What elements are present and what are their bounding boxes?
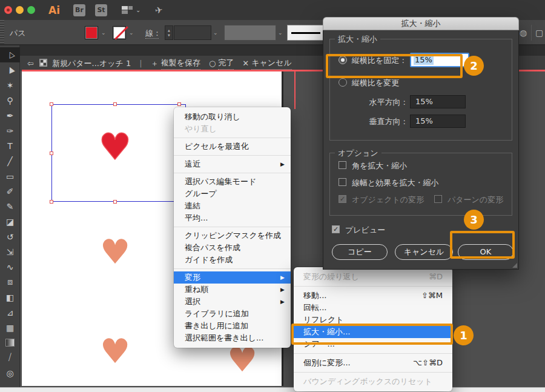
rocket-icon[interactable]: ✈ (154, 4, 164, 16)
stroke-weight-label[interactable]: 線 : (145, 28, 159, 39)
shape-builder-tool[interactable]: ◧ (0, 290, 20, 305)
menu-separator (174, 138, 291, 138)
back-arrow-icon[interactable]: ⇦ (27, 59, 34, 68)
menu-separator (174, 227, 291, 227)
selection-handle[interactable] (50, 102, 53, 106)
direct-selection-tool[interactable]: ▶ (0, 62, 20, 78)
lasso-tool[interactable]: ⚲ (0, 93, 20, 108)
menu-item-average[interactable]: 平均... (174, 212, 291, 224)
scale-corners-label: 角を拡大・縮小 (352, 161, 407, 171)
stock-icon[interactable]: St (95, 4, 107, 16)
globe-icon[interactable]: ◍ (520, 28, 527, 38)
selection-handle[interactable] (50, 151, 53, 155)
menu-item-reset-bounding-box: バウンディングボックスのリセット (294, 376, 452, 388)
stepper-down-icon: ▼ (168, 33, 170, 37)
free-transform-tool[interactable]: ⧈ (0, 274, 20, 290)
selection-handle[interactable] (113, 200, 117, 204)
blend-tool[interactable]: ◎ (0, 365, 20, 380)
menu-item-transform-each[interactable]: 個別に変形...⌥⇧⌘D (294, 357, 452, 369)
gradient-tool[interactable] (0, 335, 20, 350)
line-tool[interactable]: ╱ (0, 153, 20, 168)
stroke-weight-stepper[interactable]: ▲▼ (165, 25, 173, 40)
stroke-chevron-icon[interactable]: ⌄ (129, 30, 134, 36)
workspace-icon (122, 6, 133, 15)
scrollbar-strip[interactable] (0, 387, 545, 392)
fill-color-swatch[interactable] (85, 26, 98, 39)
variable-width-profile[interactable] (287, 25, 326, 41)
selection-tool[interactable]: ▷ (0, 47, 20, 62)
mesh-tool[interactable]: ▦ (0, 320, 20, 335)
dialog-resize-handle[interactable] (512, 263, 517, 268)
selection-handle[interactable] (50, 200, 53, 204)
save-copy-link[interactable]: 複製を保存 (161, 58, 200, 70)
stroke-color-swatch[interactable] (113, 26, 126, 39)
scale-corners-checkbox[interactable] (339, 161, 346, 169)
stroke-weight-input[interactable] (174, 25, 211, 40)
menu-item-collect-for-export[interactable]: 書き出し用に追加 (174, 320, 291, 332)
eyedropper-tool[interactable]: ⧸ (0, 350, 20, 365)
cancel-link[interactable]: キャンセル (251, 58, 292, 70)
menu-item-export-selection[interactable]: 選択範囲を書き出し... (174, 332, 291, 344)
menu-item-transform[interactable]: 変形▶ (174, 271, 291, 284)
menu-item-perspective[interactable]: 遠近▶ (174, 158, 291, 170)
selection-handle[interactable] (177, 102, 181, 106)
cancel-button[interactable]: キャンセル (395, 244, 453, 260)
rectangle-tool[interactable]: ▭ (0, 168, 20, 184)
menu-item-make-pixel-perfect[interactable]: ピクセルを最適化 (174, 141, 291, 153)
perspective-grid-tool[interactable]: ⊿ (0, 305, 20, 320)
bridge-icon[interactable]: Br (73, 4, 85, 16)
menu-item-edit-selected-paths[interactable]: 選択パス編集モード (174, 176, 291, 188)
menu-item-rotate[interactable]: 回転... (294, 302, 452, 314)
menu-item-undo-move[interactable]: 移動の取り消し (174, 111, 291, 123)
close-window-button[interactable] (4, 6, 12, 14)
menu-item-join[interactable]: 連結 (174, 200, 291, 212)
menu-item-arrange[interactable]: 重ね順▶ (174, 284, 291, 296)
eraser-tool[interactable]: ◪ (0, 214, 20, 229)
heart-artwork-selected[interactable]: ♥ (97, 128, 133, 165)
transform-patterns-label: パターンの変形 (448, 194, 503, 205)
menu-item-add-to-library[interactable]: ライブラリに追加 (174, 308, 291, 320)
minimize-window-button[interactable] (16, 6, 24, 14)
menu-item-move[interactable]: 移動...⇧⌘M (294, 290, 452, 302)
preview-checkbox[interactable]: ✓ (332, 225, 340, 233)
width-tool[interactable]: ∿ (0, 259, 20, 274)
menu-item-group[interactable]: グループ (174, 188, 291, 200)
menu-item-make-clipping-mask[interactable]: クリッピングマスクを作成 (174, 230, 291, 242)
heart-pattern-copy: ♥ (98, 235, 132, 269)
shaper-tool[interactable]: ✎ (0, 199, 20, 214)
vertical-input[interactable]: 15% (410, 115, 466, 128)
fill-chevron-icon[interactable]: ⌄ (101, 30, 106, 36)
nonuniform-scale-radio[interactable] (339, 78, 347, 87)
stepper-up-icon: ▲ (168, 28, 170, 32)
type-tool[interactable]: T (0, 138, 20, 153)
zoom-window-button[interactable] (27, 6, 35, 14)
options-group: オプション 角を拡大・縮小 線幅と効果を拡大・縮小 ✓ オブジェクトの変形 パタ… (329, 153, 512, 216)
menu-item-make-guides[interactable]: ガイドを作成 (174, 254, 291, 266)
dialog-title-bar[interactable]: 拡大・縮小 (323, 17, 519, 30)
horizontal-label: 水平方向 : (330, 97, 406, 108)
horizontal-input[interactable]: 15% (410, 95, 466, 108)
rotate-tool[interactable]: ↺ (0, 229, 20, 244)
magic-wand-tool[interactable]: ✶ (0, 78, 20, 93)
shortcut-label: ⌘D (429, 271, 443, 283)
panel-grip[interactable] (0, 20, 4, 44)
scale-tool[interactable]: ⇲ (0, 244, 20, 259)
selection-handle[interactable] (113, 102, 117, 106)
paintbrush-tool[interactable]: ✐ (0, 184, 20, 199)
highlight-box-step3 (450, 231, 515, 259)
brush-definition-dropdown[interactable] (224, 25, 276, 41)
pen-tool[interactable]: ✒ (0, 108, 20, 123)
menu-item-make-compound-path[interactable]: 複合パスを作成 (174, 242, 291, 254)
scale-strokes-checkbox[interactable] (339, 178, 346, 186)
done-link[interactable]: 完了 (218, 58, 234, 70)
brush-chevron-icon[interactable]: ⌄ (278, 30, 283, 36)
bounding-box-icon[interactable]: ▢ (535, 28, 543, 38)
copy-button[interactable]: コピー (332, 244, 388, 260)
curvature-tool[interactable]: ✑ (0, 123, 20, 138)
menu-separator (174, 268, 291, 269)
menu-item-transform-again: 変形の繰り返し⌘D (294, 271, 452, 283)
stroke-weight-chevron-icon[interactable]: ⌄ (213, 30, 218, 36)
transform-objects-checkbox: ✓ (339, 195, 346, 203)
menu-item-select[interactable]: 選択▶ (174, 296, 291, 308)
workspace-switcher[interactable]: ⌄ (122, 6, 140, 15)
